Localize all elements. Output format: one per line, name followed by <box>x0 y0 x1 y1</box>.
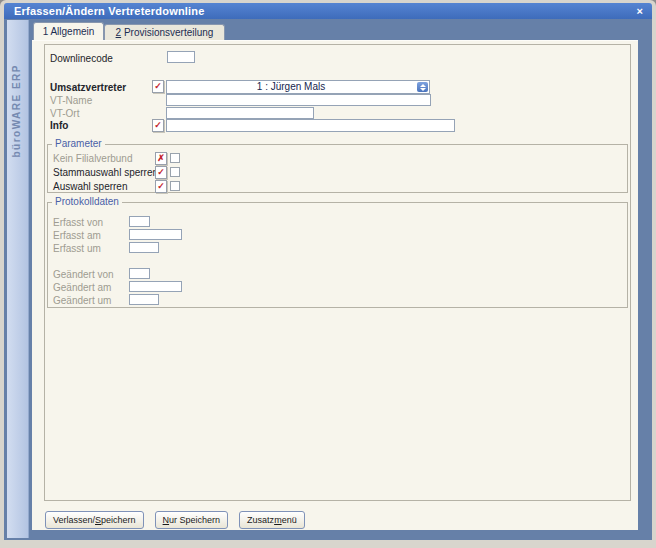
kein-filialverbund-label: Kein Filialverbund <box>53 153 133 164</box>
erfasst-von-input[interactable] <box>129 216 150 227</box>
brand-sidebar: büroWARE ERP <box>7 20 29 538</box>
btn-text: ur Speichern <box>169 515 220 525</box>
button-row: Verlassen/Speichern Nur Speichern Zusatz… <box>45 511 305 529</box>
btn-text: peichern <box>101 515 136 525</box>
verlassen-speichern-button[interactable]: Verlassen/Speichern <box>45 511 144 529</box>
nur-speichern-button[interactable]: Nur Speichern <box>155 511 229 529</box>
edit-check-icon[interactable]: ✓ <box>155 166 167 179</box>
btn-mnemonic: m <box>274 515 282 525</box>
stammauswahl-sperren-checkbox[interactable] <box>170 167 180 177</box>
parameter-legend: Parameter <box>52 138 105 149</box>
window-title: Erfassen/Ändern Vertreterdownline <box>4 5 205 17</box>
downlinecode-label: Downlinecode <box>50 53 113 64</box>
brand-vertical-text: büroWARE ERP <box>11 64 22 158</box>
geaendert-von-input[interactable] <box>129 268 150 279</box>
tab-allgemein-label: 1 Allgemein <box>43 26 95 37</box>
erfasst-am-label: Erfasst am <box>53 230 101 241</box>
umsatzvertreter-value: 1 : Jürgen Mals <box>167 81 415 93</box>
arrow-up-icon <box>420 84 426 87</box>
geaendert-um-input[interactable] <box>129 294 159 305</box>
auswahl-sperren-label: Auswahl sperren <box>53 181 127 192</box>
stammauswahl-sperren-label: Stammauswahl sperren <box>53 167 158 178</box>
spinner-icon[interactable] <box>417 82 428 92</box>
umsatzvertreter-combobox[interactable]: 1 : Jürgen Mals <box>166 80 430 94</box>
tab-allgemein[interactable]: 1 Allgemein <box>33 22 104 40</box>
edit-check-icon[interactable]: ✓ <box>152 119 164 132</box>
close-icon[interactable]: × <box>637 3 643 19</box>
geaendert-von-label: Geändert von <box>53 269 114 280</box>
btn-text: Verlassen/ <box>53 515 95 525</box>
vt-name-input[interactable] <box>166 94 431 106</box>
tab-provisionsverteilung-label: Provisionsverteilung <box>121 27 213 38</box>
geaendert-am-input[interactable] <box>129 281 182 292</box>
edit-check-icon[interactable]: ✓ <box>155 180 167 193</box>
auswahl-sperren-checkbox[interactable] <box>170 181 180 191</box>
protokolldaten-groupbox: Protokolldaten Erfasst von Erfasst am Er… <box>47 202 628 308</box>
arrow-down-icon <box>420 88 426 91</box>
parameter-groupbox: Parameter Kein Filialverbund ✗ Stammausw… <box>47 144 628 193</box>
edit-cross-icon[interactable]: ✗ <box>155 152 167 165</box>
zusatzmenu-button[interactable]: Zusatzmenü <box>239 511 305 529</box>
title-bar: Erfassen/Ändern Vertreterdownline × <box>4 3 652 19</box>
erfasst-um-input[interactable] <box>129 242 159 253</box>
downlinecode-input[interactable] <box>167 51 195 63</box>
erfasst-am-input[interactable] <box>129 229 182 240</box>
vt-name-label: VT-Name <box>50 95 92 106</box>
btn-text: Zusatz <box>247 515 274 525</box>
erfasst-um-label: Erfasst um <box>53 243 101 254</box>
tab-provisionsverteilung[interactable]: 2 Provisionsverteilung <box>104 24 225 40</box>
vt-ort-input[interactable] <box>166 107 314 119</box>
geaendert-um-label: Geändert um <box>53 295 111 306</box>
kein-filialverbund-checkbox[interactable] <box>170 153 180 163</box>
edit-check-icon[interactable]: ✓ <box>152 80 164 93</box>
info-input[interactable] <box>166 119 455 132</box>
vt-ort-label: VT-Ort <box>50 108 79 119</box>
info-label: Info <box>50 120 68 131</box>
btn-text: enü <box>282 515 297 525</box>
protokolldaten-legend: Protokolldaten <box>52 196 122 207</box>
erfasst-von-label: Erfasst von <box>53 217 103 228</box>
app-window: Erfassen/Ändern Vertreterdownline × büro… <box>0 0 656 548</box>
umsatzvertreter-label: Umsatzvertreter <box>50 82 126 93</box>
geaendert-am-label: Geändert am <box>53 282 111 293</box>
